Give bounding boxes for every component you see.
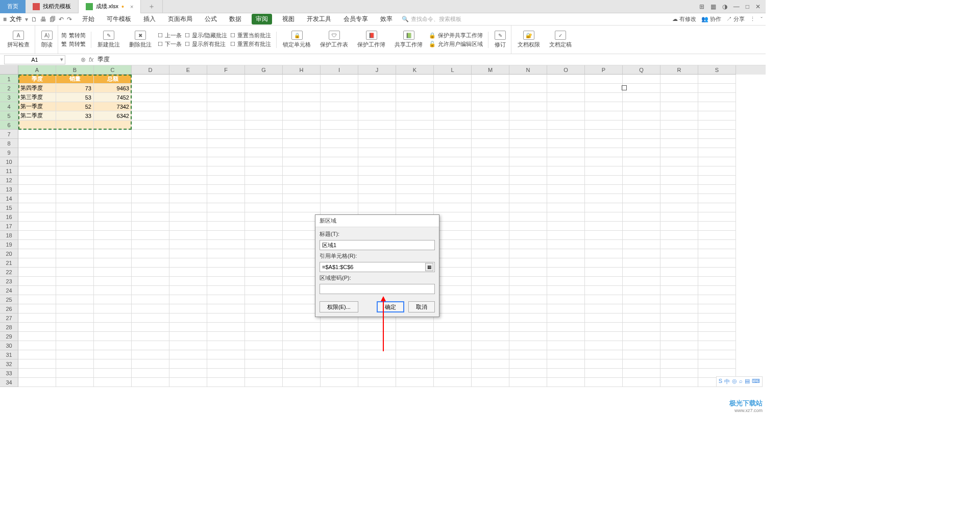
cell[interactable] <box>547 176 585 185</box>
menu-tab-8[interactable]: 开发工具 <box>305 14 333 25</box>
cell[interactable] <box>132 295 169 304</box>
cell[interactable] <box>660 332 698 341</box>
cell[interactable] <box>660 157 698 166</box>
cell[interactable] <box>18 240 56 249</box>
cell[interactable] <box>623 120 660 130</box>
cell[interactable] <box>623 378 660 387</box>
cell[interactable] <box>245 350 283 359</box>
cell[interactable] <box>94 295 132 304</box>
cell[interactable] <box>547 231 585 240</box>
cell[interactable] <box>472 222 509 231</box>
cell[interactable] <box>56 350 94 359</box>
cell[interactable] <box>509 323 547 332</box>
cell[interactable] <box>358 332 396 341</box>
cell[interactable] <box>547 84 585 93</box>
cell[interactable] <box>434 194 472 203</box>
cell[interactable] <box>434 369 472 378</box>
cell[interactable] <box>623 240 660 249</box>
name-box[interactable]: A1▾ <box>4 55 65 64</box>
cell[interactable] <box>698 359 736 369</box>
cell[interactable] <box>472 378 509 387</box>
cell[interactable] <box>547 240 585 249</box>
cell[interactable] <box>623 341 660 350</box>
cell[interactable] <box>18 258 56 268</box>
menu-tab-2[interactable]: 插入 <box>141 14 158 25</box>
cell[interactable] <box>132 176 169 185</box>
cell[interactable] <box>509 268 547 277</box>
cell[interactable] <box>698 102 736 111</box>
cell[interactable] <box>18 166 56 176</box>
cell[interactable] <box>207 332 245 341</box>
cell[interactable] <box>660 148 698 157</box>
ribbon-protect-book[interactable]: 📕保护工作簿 <box>354 26 388 54</box>
cell[interactable] <box>396 93 434 102</box>
cell[interactable] <box>585 268 623 277</box>
cell[interactable] <box>169 240 207 249</box>
cell[interactable] <box>396 194 434 203</box>
cell[interactable] <box>207 277 245 286</box>
cell[interactable] <box>585 102 623 111</box>
cell[interactable] <box>547 111 585 120</box>
close-tab-icon[interactable]: × <box>130 4 133 10</box>
cell[interactable] <box>623 176 660 185</box>
cell[interactable] <box>660 258 698 268</box>
range-picker-icon[interactable]: ▦ <box>425 263 433 271</box>
cell[interactable] <box>396 323 434 332</box>
cell[interactable] <box>56 369 94 378</box>
cell[interactable] <box>509 75 547 84</box>
cell[interactable] <box>358 203 396 212</box>
cell[interactable] <box>207 341 245 350</box>
cell[interactable] <box>358 194 396 203</box>
cell[interactable] <box>207 295 245 304</box>
cell[interactable] <box>283 369 321 378</box>
cell[interactable] <box>585 286 623 295</box>
cell[interactable] <box>472 111 509 120</box>
cell[interactable] <box>94 120 132 130</box>
cell[interactable] <box>472 323 509 332</box>
cell[interactable] <box>169 222 207 231</box>
cell[interactable] <box>56 139 94 148</box>
cell[interactable] <box>245 111 283 120</box>
cell[interactable] <box>283 111 321 120</box>
cell[interactable] <box>132 240 169 249</box>
cell[interactable] <box>207 75 245 84</box>
ribbon-reset-cur[interactable]: ☐ 重置当前批注 <box>230 32 271 39</box>
fx-icon[interactable]: fx <box>89 56 93 63</box>
menu-tab-3[interactable]: 页面布局 <box>166 14 194 25</box>
row-header[interactable]: 23 <box>0 277 18 286</box>
ok-button[interactable]: 确定 <box>377 301 404 312</box>
cell[interactable] <box>585 240 623 249</box>
cell[interactable] <box>132 323 169 332</box>
cell[interactable] <box>434 304 472 313</box>
col-header-E[interactable]: E <box>169 65 207 75</box>
cell[interactable] <box>94 359 132 369</box>
cell[interactable] <box>245 378 283 387</box>
cell[interactable] <box>321 194 358 203</box>
cell[interactable] <box>623 102 660 111</box>
col-header-F[interactable]: F <box>207 65 245 75</box>
cell[interactable] <box>547 286 585 295</box>
cell[interactable] <box>396 369 434 378</box>
cell[interactable] <box>132 102 169 111</box>
cell[interactable] <box>660 102 698 111</box>
cell[interactable] <box>396 332 434 341</box>
cell[interactable] <box>321 369 358 378</box>
cell[interactable] <box>434 268 472 277</box>
col-header-C[interactable]: C <box>94 65 132 75</box>
row-header[interactable]: 16 <box>0 212 18 222</box>
cell[interactable] <box>94 185 132 194</box>
cell[interactable] <box>660 75 698 84</box>
cell[interactable] <box>698 176 736 185</box>
cell[interactable] <box>245 258 283 268</box>
cell[interactable] <box>207 350 245 359</box>
cell[interactable] <box>56 148 94 157</box>
cancel-button[interactable]: 取消 <box>408 301 435 312</box>
cell[interactable] <box>509 286 547 295</box>
cell[interactable] <box>623 313 660 323</box>
cell[interactable]: 33 <box>56 111 94 120</box>
row-header[interactable]: 22 <box>0 268 18 277</box>
cell[interactable] <box>207 286 245 295</box>
cell[interactable] <box>132 93 169 102</box>
cell[interactable] <box>434 102 472 111</box>
has-changes[interactable]: ☁ 有修改 <box>672 15 696 23</box>
